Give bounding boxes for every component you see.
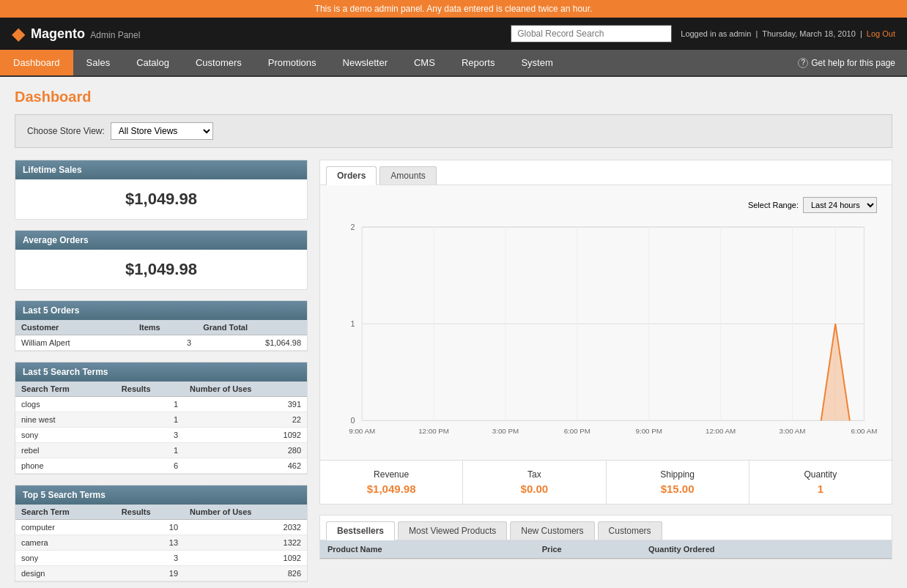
- range-select[interactable]: Last 24 hoursLast 7 DaysLast 30 DaysLast…: [803, 197, 877, 213]
- svg-text:0: 0: [350, 416, 355, 425]
- chart-tabs: Orders Amounts: [320, 160, 892, 185]
- main-layout: Lifetime Sales $1,049.98 Average Orders …: [15, 160, 892, 588]
- revenue-label: Revenue: [326, 469, 456, 480]
- demo-banner: This is a demo admin panel. Any data ent…: [0, 0, 907, 18]
- header: ◆ Magento Admin Panel Logged in as admin…: [0, 18, 907, 50]
- tax-value: $0.00: [469, 483, 599, 495]
- shipping-label: Shipping: [612, 469, 743, 480]
- col-product-name: Product Name: [320, 540, 535, 559]
- col-items: Items: [133, 320, 197, 335]
- lifetime-sales-box: Lifetime Sales $1,049.98: [15, 160, 308, 220]
- svg-text:12:00 PM: 12:00 PM: [418, 427, 449, 435]
- stats-tax: Tax $0.00: [463, 461, 606, 504]
- lifetime-sales-header: Lifetime Sales: [15, 160, 307, 179]
- nav: Dashboard Sales Catalog Customers Promot…: [0, 50, 907, 77]
- col-search-term: Search Term: [15, 505, 116, 520]
- last5-search-table: Last 5 Search Terms Search Term Results …: [15, 362, 308, 475]
- svg-text:9:00 PM: 9:00 PM: [636, 427, 662, 435]
- stats-row: Revenue $1,049.98 Tax $0.00 Shipping $15…: [320, 460, 892, 504]
- tab-new-customers[interactable]: New Customers: [510, 521, 594, 540]
- table-row: rebel1280: [15, 443, 307, 458]
- quantity-value: 1: [755, 483, 886, 495]
- header-user-info: Logged in as admin | Thursday, March 18,…: [681, 29, 895, 38]
- stats-shipping: Shipping $15.00: [607, 461, 749, 504]
- chart-panel: Orders Amounts Select Range: Last 24 hou…: [319, 160, 892, 505]
- tab-orders[interactable]: Orders: [326, 166, 377, 185]
- col-results: Results: [116, 382, 184, 397]
- last5-search-header: Last 5 Search Terms: [15, 362, 307, 382]
- top5-search-table: Top 5 Search Terms Search Term Results N…: [15, 485, 308, 582]
- tab-bestsellers[interactable]: Bestsellers: [326, 521, 395, 540]
- table-row: design19826: [15, 566, 307, 581]
- nav-item-reports[interactable]: Reports: [448, 50, 508, 75]
- svg-text:12:00 AM: 12:00 AM: [706, 427, 736, 435]
- svg-text:3:00 PM: 3:00 PM: [492, 427, 519, 435]
- tab-amounts[interactable]: Amounts: [380, 166, 436, 185]
- nav-item-catalog[interactable]: Catalog: [123, 50, 182, 75]
- lifetime-sales-value: $1,049.98: [125, 190, 197, 208]
- range-label: Select Range:: [748, 201, 799, 209]
- right-panel: Orders Amounts Select Range: Last 24 hou…: [319, 160, 892, 588]
- logout-link[interactable]: Log Out: [867, 29, 895, 38]
- table-row: William Alpert 3 $1,064.98: [15, 335, 307, 351]
- logo-text: Magento: [31, 26, 85, 41]
- svg-text:3:00 AM: 3:00 AM: [780, 427, 806, 435]
- table-row: sony31092: [15, 551, 307, 566]
- nav-item-customers[interactable]: Customers: [182, 50, 255, 75]
- svg-text:6:00 AM: 6:00 AM: [851, 427, 877, 435]
- last5-orders-header: Last 5 Orders: [15, 301, 307, 320]
- page-content: Dashboard Choose Store View: All Store V…: [0, 77, 907, 588]
- average-orders-header: Average Orders: [15, 231, 307, 250]
- bottom-table-area: Product Name Price Quantity Ordered: [320, 540, 892, 559]
- col-uses: Number of Uses: [184, 505, 307, 520]
- nav-item-system[interactable]: System: [508, 50, 566, 75]
- quantity-label: Quantity: [755, 469, 886, 480]
- tax-label: Tax: [469, 469, 599, 480]
- col-quantity-ordered: Quantity Ordered: [641, 540, 892, 559]
- svg-text:1: 1: [350, 319, 355, 328]
- page-title: Dashboard: [15, 89, 892, 105]
- top5-search-header: Top 5 Search Terms: [15, 485, 307, 505]
- store-view-label: Choose Store View:: [27, 126, 105, 136]
- col-search-term: Search Term: [15, 382, 116, 397]
- col-grand-total: Grand Total: [197, 320, 307, 335]
- chart-area: Select Range: Last 24 hoursLast 7 DaysLa…: [320, 185, 892, 460]
- nav-item-newsletter[interactable]: Newsletter: [330, 50, 401, 75]
- chart-range-bar: Select Range: Last 24 hoursLast 7 DaysLa…: [327, 193, 884, 217]
- magento-logo-icon: ◆: [12, 23, 25, 44]
- tab-most-viewed[interactable]: Most Viewed Products: [398, 521, 507, 540]
- svg-text:9:00 AM: 9:00 AM: [349, 427, 375, 435]
- table-row: clogs1391: [15, 397, 307, 412]
- nav-item-dashboard[interactable]: Dashboard: [0, 50, 73, 75]
- global-search-input[interactable]: [511, 25, 672, 42]
- nav-item-promotions[interactable]: Promotions: [255, 50, 330, 75]
- average-orders-value: $1,049.98: [125, 260, 197, 278]
- lifetime-sales-body: $1,049.98: [15, 179, 307, 219]
- stats-quantity: Quantity 1: [749, 461, 892, 504]
- bottom-tabs: Bestsellers Most Viewed Products New Cus…: [320, 516, 892, 540]
- left-panel: Lifetime Sales $1,049.98 Average Orders …: [15, 160, 308, 588]
- chart-svg: 2 1 0 9:00 AM 12:00 PM 3:00 PM 6:00 PM 9…: [333, 217, 878, 444]
- nav-item-cms[interactable]: CMS: [401, 50, 448, 75]
- store-view-select[interactable]: All Store Views: [111, 122, 213, 140]
- bottom-tabs-container: Bestsellers Most Viewed Products New Cus…: [319, 515, 892, 559]
- col-results: Results: [116, 505, 184, 520]
- shipping-value: $15.00: [612, 483, 743, 495]
- col-uses: Number of Uses: [184, 382, 307, 397]
- logo-subtext: Admin Panel: [90, 30, 140, 40]
- table-row: camera131322: [15, 535, 307, 551]
- tab-customers[interactable]: Customers: [598, 521, 662, 540]
- table-row: phone6462: [15, 458, 307, 474]
- col-price: Price: [535, 540, 641, 559]
- table-row: computer102032: [15, 520, 307, 535]
- help-icon: ?: [798, 58, 808, 68]
- average-orders-body: $1,049.98: [15, 250, 307, 289]
- store-view-bar: Choose Store View: All Store Views: [15, 114, 892, 148]
- nav-item-sales[interactable]: Sales: [73, 50, 124, 75]
- nav-help[interactable]: ? Get help for this page: [786, 50, 907, 75]
- stats-revenue: Revenue $1,049.98: [320, 461, 463, 504]
- col-customer: Customer: [15, 320, 133, 335]
- average-orders-box: Average Orders $1,049.98: [15, 230, 308, 290]
- table-row: sony31092: [15, 428, 307, 443]
- revenue-value: $1,049.98: [326, 483, 456, 495]
